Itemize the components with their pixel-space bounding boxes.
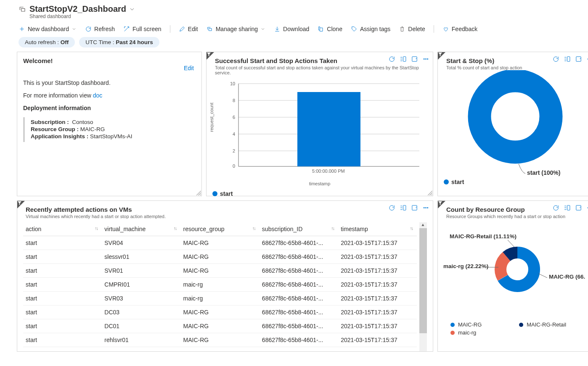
resize-handle-icon[interactable] <box>428 191 432 195</box>
more-icon[interactable] <box>422 55 429 63</box>
svg-point-24 <box>479 81 551 152</box>
more-icon[interactable] <box>586 204 588 211</box>
table-header-row: action↑↓ virtual_machine↑↓ resource_grou… <box>23 222 417 236</box>
col-ts[interactable]: timestamp↑↓ <box>338 222 417 236</box>
x-axis-tick: 5:00:00.000 PM <box>312 169 345 174</box>
vm-actions-table: action↑↓ virtual_machine↑↓ resource_grou… <box>23 222 417 352</box>
resize-handle-icon[interactable] <box>196 191 201 195</box>
chevron-down-icon[interactable] <box>129 6 135 13</box>
more-icon[interactable] <box>586 55 588 63</box>
auto-refresh-pill[interactable]: Auto refresh : Off <box>19 37 75 47</box>
note-icon[interactable] <box>575 55 582 63</box>
table-row[interactable]: startrehlsvr01MAIC-RG68627f8c-65b8-4601-… <box>23 333 417 347</box>
chevron-down-icon <box>260 26 265 32</box>
new-dashboard-button[interactable]: New dashboard <box>19 26 77 32</box>
refresh-icon <box>85 26 92 32</box>
auto-refresh-label: Auto refresh : <box>25 39 61 45</box>
table-cell: rehlsvr01 <box>102 333 180 347</box>
refresh-icon[interactable] <box>552 204 559 211</box>
table-cell: SVR03 <box>102 292 180 305</box>
edit-link[interactable]: Edit <box>184 65 194 71</box>
filter-icon[interactable] <box>438 201 445 208</box>
bar-chart-svg: 10 8 6 4 2 0 5:00:00.000 PM <box>230 79 419 176</box>
table-row[interactable]: startSVR01MAIC-RG68627f8c-65b8-4601-...2… <box>23 264 417 278</box>
col-sid[interactable]: subscription_ID↑↓ <box>260 222 338 236</box>
logs-icon[interactable] <box>400 204 407 211</box>
svg-point-2 <box>424 58 425 60</box>
clone-button[interactable]: Clone <box>318 26 342 32</box>
note-icon[interactable] <box>411 55 418 63</box>
table-row[interactable]: startDC01MAIC-RG68627f8c-65b8-4601-...20… <box>23 319 417 333</box>
table-row[interactable]: startCMPRI01maic-rg68627f8c-65b8-4601-..… <box>23 278 417 292</box>
y-axis-label: request_count <box>209 103 214 132</box>
svg-rect-25 <box>403 205 406 210</box>
table-cell: 68627f8c-65b8-4601-... <box>260 305 338 319</box>
scroll-thumb[interactable] <box>419 228 427 333</box>
doc-link[interactable]: doc <box>93 92 103 99</box>
filter-icon[interactable] <box>207 52 214 60</box>
table-row[interactable]: startSVR04MAIC-RG68627f8c-65b8-4601-...2… <box>23 236 417 250</box>
legend-swatch <box>444 179 449 184</box>
filter-icon[interactable] <box>438 52 445 60</box>
refresh-button[interactable]: Refresh <box>85 26 115 32</box>
fullscreen-button[interactable]: Full screen <box>123 26 161 32</box>
table-row[interactable]: startSVR03maic-rg68627f8c-65b8-4601-...2… <box>23 292 417 305</box>
subscription-value: Contoso <box>72 119 93 125</box>
dashboard-title[interactable]: StartStopV2_Dashboard <box>29 4 126 14</box>
note-icon[interactable] <box>575 204 582 211</box>
command-bar: New dashboard Refresh Full screen Edit M… <box>0 22 588 36</box>
svg-text:6: 6 <box>233 115 235 120</box>
logs-icon[interactable] <box>564 204 571 211</box>
time-range-pill[interactable]: UTC Time : Past 24 hours <box>79 37 159 47</box>
fullscreen-label: Full screen <box>132 26 161 32</box>
table-cell: CMPRI01 <box>102 278 180 292</box>
feedback-button[interactable]: Feedback <box>442 26 477 32</box>
refresh-icon[interactable] <box>388 55 395 63</box>
table-cell: DC03 <box>102 305 180 319</box>
scrollbar[interactable]: ▲ ▼ <box>419 222 427 352</box>
legend-label: MAIC-RG <box>458 321 482 328</box>
logs-icon[interactable] <box>400 55 407 63</box>
col-rg[interactable]: resource_group↑↓ <box>181 222 260 236</box>
svg-text:2: 2 <box>233 148 235 153</box>
note-icon[interactable] <box>411 204 418 211</box>
filter-icon[interactable] <box>17 201 25 208</box>
table-cell: start <box>23 347 102 352</box>
tag-icon <box>351 26 358 32</box>
refresh-icon[interactable] <box>388 204 395 211</box>
welcome-title: Welcome! <box>23 57 196 64</box>
delete-button[interactable]: Delete <box>399 26 425 32</box>
svg-line-38 <box>508 240 514 247</box>
donut-svg <box>444 70 588 175</box>
table-cell: start <box>23 264 102 278</box>
table-cell: start <box>23 319 102 333</box>
table-row[interactable]: startDC02MAIC-RG68627f8c-65b8-4601-...20… <box>23 347 417 352</box>
heart-icon <box>442 26 449 32</box>
chart-legend: start <box>444 179 588 185</box>
col-vm[interactable]: virtual_machine↑↓ <box>102 222 180 236</box>
share-icon <box>207 26 213 32</box>
count-rg-tile: Count by Resource Group Resource Groups … <box>437 200 588 352</box>
edit-button[interactable]: Edit <box>179 26 198 32</box>
dashboard-subtitle: Shared dashboard <box>29 13 580 19</box>
col-action[interactable]: action↑↓ <box>23 222 102 236</box>
table-cell: start <box>23 278 102 292</box>
recent-actions-tile: Recently attempted actions on VMs Virtua… <box>17 200 433 352</box>
table-row[interactable]: startslessvr01MAIC-RG68627f8c-65b8-4601-… <box>23 250 417 264</box>
assign-tags-label: Assign tags <box>360 26 390 32</box>
chevron-down-icon <box>72 26 77 32</box>
deployment-info-heading: Deployment information <box>23 105 196 111</box>
chart-legend: MAIC-RG MAIC-RG-Retail maic-rg <box>450 321 588 336</box>
manage-sharing-button[interactable]: Manage sharing <box>207 26 265 32</box>
svg-text:4: 4 <box>233 132 235 137</box>
logs-icon[interactable] <box>564 55 571 63</box>
download-button[interactable]: Download <box>274 26 309 32</box>
tile-toolbar <box>552 55 588 63</box>
refresh-icon[interactable] <box>552 55 559 63</box>
table-cell: 2021-03-15T17:15:37 <box>338 305 417 319</box>
separator <box>170 25 170 33</box>
assign-tags-button[interactable]: Assign tags <box>351 26 390 32</box>
table-row[interactable]: startDC03MAIC-RG68627f8c-65b8-4601-...20… <box>23 305 417 319</box>
more-icon[interactable] <box>422 204 429 211</box>
welcome-text-1: This is your StartStop dashboard. <box>23 79 196 86</box>
